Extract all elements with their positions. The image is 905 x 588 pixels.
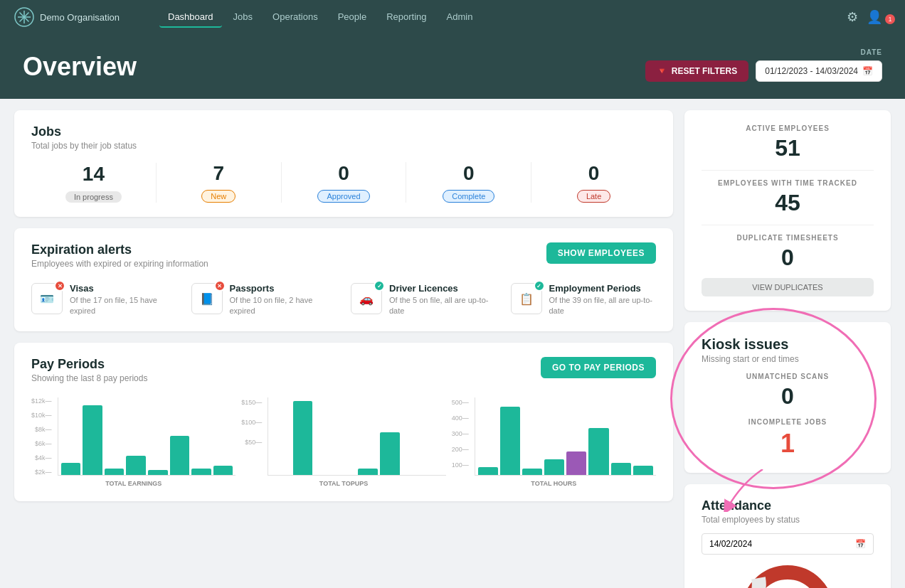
pay-periods-subtitle: Showing the last 8 pay periods [31, 373, 147, 383]
hours-bar-1 [478, 467, 498, 475]
jobs-card-subtitle: Total jobs by their job status [31, 141, 656, 151]
unmatched-scans-label: UNMATCHED SCANS [702, 373, 874, 380]
jobs-stat-inprogress: 14 In progress [31, 163, 157, 203]
expiration-alerts-title: Expiration alerts [31, 242, 208, 257]
earnings-bar-8 [213, 466, 233, 475]
jobs-stat-late: 0 Late [531, 162, 656, 203]
topups-chart-label: TOTAL TOPUPS [241, 480, 445, 487]
nav-link-jobs[interactable]: Jobs [225, 7, 261, 28]
main-right-column: ACTIVE EMPLOYEES 51 EMPLOYEES WITH TIME … [684, 110, 891, 588]
employment-title: Employment Periods [549, 283, 657, 294]
licences-title: Driver Licences [389, 283, 497, 294]
nav-link-reporting[interactable]: Reporting [378, 7, 435, 28]
hours-bar-7 [611, 463, 631, 474]
hours-chart-label: TOTAL HOURS [452, 480, 656, 487]
employment-icon: 📋 [519, 292, 534, 306]
settings-icon[interactable]: ⚙ [847, 9, 858, 25]
earnings-y-labels: $12k—$10k—$8k—$6k—$4k—$2k— [31, 397, 55, 476]
nav-link-people[interactable]: People [329, 7, 375, 28]
header-controls: DATE 🔻 RESET FILTERS 01/12/2023 - 14/03/… [645, 48, 882, 82]
expiration-item-licences: 🚗 ✓ Driver Licences Of the 5 on file, al… [351, 283, 497, 317]
date-range-picker[interactable]: 01/12/2023 - 14/03/2024 📅 [756, 60, 882, 82]
expiration-items: 🪪 ✕ Visas Of the 17 on file, 15 have exp… [31, 283, 656, 317]
active-employees-value: 51 [702, 135, 874, 161]
jobs-new-number: 7 [162, 162, 275, 185]
employment-status-dot: ✓ [534, 280, 545, 292]
jobs-complete-number: 0 [412, 162, 525, 185]
earnings-bar-1 [61, 463, 81, 474]
pay-periods-header: Pay Periods Showing the last 8 pay perio… [31, 357, 656, 383]
earnings-bar-2 [83, 405, 102, 475]
date-range-value: 01/12/2023 - 14/03/2024 [765, 66, 858, 76]
duplicate-timesheets-value: 0 [702, 245, 874, 271]
expiration-alerts-card: Expiration alerts Employees with expired… [14, 228, 673, 331]
nav-link-admin[interactable]: Admin [438, 7, 482, 28]
licences-icon: 🚗 [359, 292, 374, 306]
expiration-alerts-header: Expiration alerts Employees with expired… [31, 242, 656, 269]
jobs-inprogress-number: 14 [37, 163, 150, 186]
view-duplicates-button[interactable]: VIEW DUPLICATES [702, 278, 874, 296]
duplicate-timesheets-label: DUPLICATE TIMESHEETS [702, 234, 874, 242]
topups-y-labels: $150—$100—$50— [241, 397, 265, 476]
passports-title: Passports [230, 283, 337, 294]
licences-icon-wrap: 🚗 ✓ [351, 283, 382, 314]
hours-bar-2 [500, 407, 520, 475]
attendance-subtitle: Total employees by status [702, 515, 874, 525]
page-title: Overview [23, 52, 137, 82]
user-icon[interactable]: 👤 [867, 9, 882, 25]
kiosk-wrapper: Kiosk issues Missing start or end times … [684, 322, 891, 473]
attendance-date-value: 14/02/2024 [709, 539, 752, 549]
hours-bar-3 [522, 469, 542, 475]
nav-link-dashboard[interactable]: Dashboard [159, 7, 222, 28]
passports-desc: Of the 10 on file, 2 have expired [230, 295, 337, 317]
jobs-complete-badge: Complete [443, 190, 494, 203]
jobs-card-title: Jobs [31, 124, 656, 139]
pay-periods-card: Pay Periods Showing the last 8 pay perio… [14, 343, 673, 501]
visas-desc: Of the 17 on file, 15 have expired [70, 295, 177, 317]
earnings-bar-6 [170, 436, 190, 475]
expiration-item-visas: 🪪 ✕ Visas Of the 17 on file, 15 have exp… [31, 283, 177, 317]
hours-bar-8 [633, 466, 653, 475]
passports-icon: 📘 [200, 292, 214, 306]
hours-bars [475, 397, 656, 476]
nav-links: Dashboard Jobs Operations People Reporti… [159, 7, 830, 28]
passports-status-dot: ✕ [214, 280, 226, 292]
earnings-bar-4 [126, 456, 146, 475]
jobs-approved-number: 0 [287, 162, 401, 185]
total-hours-chart: 500—400—300—200—100— [452, 397, 656, 487]
topups-bar-2 [293, 401, 313, 475]
earnings-chart-label: TOTAL EARNINGS [31, 480, 235, 487]
jobs-late-number: 0 [537, 162, 650, 185]
go-to-pay-button[interactable]: GO TO PAY PERIODS [541, 357, 656, 378]
hours-y-labels: 500—400—300—200—100— [452, 397, 472, 476]
visas-title: Visas [70, 283, 177, 294]
calendar-icon: 📅 [862, 66, 873, 76]
attendance-calendar-icon: 📅 [855, 539, 866, 549]
hours-bar-6 [588, 428, 608, 474]
expiration-alerts-subtitle: Employees with expired or expiring infor… [31, 259, 208, 269]
nav-link-operations[interactable]: Operations [264, 7, 327, 28]
reset-filters-button[interactable]: 🔻 RESET FILTERS [645, 60, 748, 82]
attendance-donut-svg [738, 562, 837, 588]
earnings-bar-5 [148, 470, 168, 475]
jobs-late-badge: Late [577, 190, 610, 203]
org-logo[interactable]: Demo Organisation [14, 7, 120, 27]
page-header: Overview DATE 🔻 RESET FILTERS 01/12/2023… [0, 34, 905, 99]
attendance-date-input[interactable]: 14/02/2024 📅 [702, 533, 874, 555]
total-topups-chart: $150—$100—$50— TOTAL [241, 397, 445, 487]
pay-period-charts: $12k—$10k—$8k—$6k—$4k—$2k— [31, 397, 656, 487]
earnings-bar-7 [191, 469, 211, 475]
topups-bar-6 [380, 432, 400, 475]
jobs-inprogress-badge: In progress [65, 191, 122, 203]
org-name: Demo Organisation [40, 12, 120, 23]
visas-icon-wrap: 🪪 ✕ [31, 283, 63, 314]
topups-bars [268, 397, 445, 476]
active-employees-label: ACTIVE EMPLOYEES [702, 124, 874, 132]
show-employees-button[interactable]: SHOW EMPLOYEES [546, 242, 656, 264]
time-tracked-value: 45 [702, 190, 874, 216]
topups-bar-5 [358, 469, 378, 475]
incomplete-jobs-label: INCOMPLETE JOBS [702, 418, 874, 426]
main-left-column: Jobs Total jobs by their job status 14 I… [14, 110, 673, 588]
kiosk-title: Kiosk issues [702, 336, 874, 353]
attendance-chart [702, 562, 874, 588]
